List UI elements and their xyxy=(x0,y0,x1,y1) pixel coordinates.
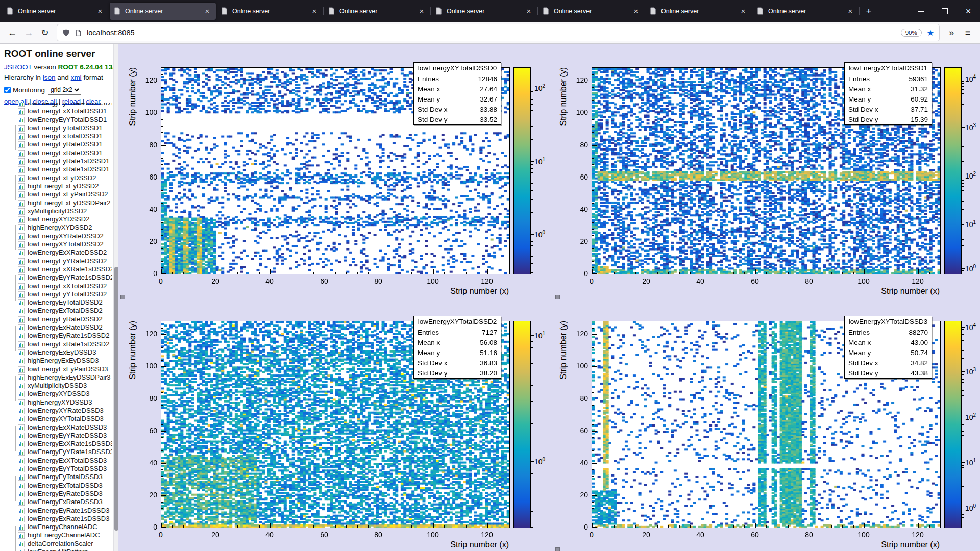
tree-item[interactable]: lowEnergyEyYTotalDSSD2 xyxy=(4,290,112,298)
grid-layout-select[interactable]: grid 2x2 xyxy=(48,85,81,95)
tree-item[interactable]: lowEnergyExXTotalDSSD2 xyxy=(4,282,112,290)
tab-close-button[interactable]: × xyxy=(631,6,641,16)
tree-item[interactable]: lowEnergyEyRate1sDSSD1 xyxy=(4,157,112,165)
browser-tab[interactable]: Online server× xyxy=(217,3,323,20)
splitter-handle[interactable] xyxy=(555,295,560,299)
tree-item[interactable]: lowEnergyExXTotalDSSD1 xyxy=(4,107,112,115)
browser-tab[interactable]: Online server× xyxy=(324,3,430,20)
shield-icon[interactable] xyxy=(62,29,70,37)
tree-item[interactable]: lowEnergyEyYRateDSSD2 xyxy=(4,257,112,265)
tab-close-button[interactable]: × xyxy=(416,6,427,16)
tree-item[interactable]: lowEnergyEyYRateDSSD3 xyxy=(4,432,112,440)
tree-item[interactable]: lowEnergyHitPattern xyxy=(4,548,112,551)
tab-close-button[interactable]: × xyxy=(202,6,212,16)
tree-item[interactable]: highEnergyXYDSSD2 xyxy=(4,223,112,232)
tree-item[interactable]: lowEnergyEyYRate1sDSSD3 xyxy=(4,448,112,456)
json-link[interactable]: json xyxy=(43,73,56,81)
reload-button[interactable]: ↻ xyxy=(37,24,53,41)
tree-item[interactable]: lowEnergyEyRateDSSD3 xyxy=(4,490,112,498)
tree-item[interactable]: lowEnergyEyTotalDSSD1 xyxy=(4,124,112,132)
tree-item[interactable]: lowEnergyExXRateDSSD2 xyxy=(4,248,112,257)
stats-box[interactable]: lowEnergyXYTotalDSSD2 Entries7127Mean x5… xyxy=(413,316,501,379)
colorbar[interactable] xyxy=(944,321,962,528)
colorbar[interactable] xyxy=(513,67,531,274)
tab-close-button[interactable]: × xyxy=(738,6,748,16)
colorbar[interactable] xyxy=(513,321,531,528)
tree-item[interactable]: lowEnergyXYDSSD3 xyxy=(4,390,112,398)
tree-item[interactable]: xyMultiplicityDSSD3 xyxy=(4,382,112,390)
tree-item[interactable]: highEnergyExEyDSSD3 xyxy=(4,357,112,365)
tree-item[interactable]: lowEnergyEyYTotalDSSD1 xyxy=(4,116,112,124)
tree-item[interactable]: lowEnergyExRate1sDSSD3 xyxy=(4,515,112,523)
browser-tab[interactable]: Online server× xyxy=(538,3,645,20)
browser-tab[interactable]: Online server× xyxy=(3,3,109,20)
tree-item[interactable]: lowEnergyExRate1sDSSD1 xyxy=(4,165,112,173)
bookmark-star-icon[interactable]: ★ xyxy=(927,28,934,38)
tree-item[interactable]: lowEnergyXYTotalDSSD2 xyxy=(4,240,112,248)
splitter-handle[interactable] xyxy=(555,547,560,551)
monitoring-checkbox[interactable] xyxy=(4,87,11,93)
tab-close-button[interactable]: × xyxy=(524,6,534,16)
tree-item[interactable]: deltaCorrelationScaler xyxy=(4,540,112,548)
tree-item[interactable]: lowEnergyEyRate1sDSSD3 xyxy=(4,507,112,515)
tree-item[interactable]: highEnergyExEyDSSDPair3 xyxy=(4,373,112,382)
colorbar[interactable] xyxy=(944,67,962,274)
tree-item[interactable]: lowEnergyEyTotalDSSD3 xyxy=(4,473,112,481)
jsroot-link[interactable]: JSROOT xyxy=(4,63,32,71)
overflow-menu-button[interactable]: » xyxy=(943,24,960,41)
browser-tab[interactable]: Online server× xyxy=(646,3,752,20)
tree-item[interactable]: highEnergyXYDSSD3 xyxy=(4,398,112,407)
tree-item[interactable]: lowEnergyExXRate1sDSSD3 xyxy=(4,440,112,448)
xml-link[interactable]: xml xyxy=(71,73,82,81)
stats-box[interactable]: lowEnergyXYTotalDSSD1 Entries59361Mean x… xyxy=(844,62,932,125)
sidebar-scrollbar[interactable] xyxy=(113,44,118,551)
tree-item[interactable]: lowEnergyExRateDSSD1 xyxy=(4,149,112,157)
tree-item[interactable]: lowEnergyExTotalDSSD3 xyxy=(4,482,112,490)
back-button[interactable]: ← xyxy=(4,24,20,41)
tab-close-button[interactable]: × xyxy=(309,6,320,16)
app-menu-button[interactable]: ≡ xyxy=(960,24,976,41)
tree-item[interactable]: lowEnergyEyYRate1sDSSD2 xyxy=(4,273,112,282)
tree-item[interactable]: lowEnergyXYRateDSSD2 xyxy=(4,232,112,240)
tab-close-button[interactable]: × xyxy=(95,6,105,16)
tree-item[interactable]: lowEnergyExEyPairDSSD2 xyxy=(4,190,112,198)
tree-item[interactable]: lowEnergyXYDSSD2 xyxy=(4,215,112,223)
site-identity-icon[interactable] xyxy=(75,29,82,37)
tree-item[interactable]: lowEnergyExEyDSSD2 xyxy=(4,174,112,182)
url-text[interactable]: localhost:8085 xyxy=(87,29,901,37)
tree-item[interactable]: lowEnergyXYTotalDSSD3 xyxy=(4,415,112,423)
tree-item[interactable]: lowEnergyExRate1sDSSD2 xyxy=(4,340,112,348)
tree-item[interactable]: xyMultiplicityDSSD2 xyxy=(4,207,112,215)
tree-item[interactable]: lowEnergyEyYRate1sDSSD1 xyxy=(4,103,112,107)
tree-item[interactable]: lowEnergyEyTotalDSSD2 xyxy=(4,298,112,307)
tree-item[interactable]: lowEnergyEyYTotalDSSD3 xyxy=(4,465,112,473)
browser-tab[interactable]: Online server× xyxy=(110,3,216,20)
tree-item[interactable]: lowEnergyEyRate1sDSSD2 xyxy=(4,332,112,340)
forward-button[interactable]: → xyxy=(20,24,37,41)
tree-item[interactable]: lowEnergyEyRateDSSD2 xyxy=(4,315,112,323)
tree-item[interactable]: lowEnergyExTotalDSSD1 xyxy=(4,132,112,140)
minimize-button[interactable] xyxy=(910,0,933,22)
tree-item[interactable]: highEnergyExEyDSSD2 xyxy=(4,182,112,190)
new-tab-button[interactable]: + xyxy=(861,4,876,19)
tree-item[interactable]: lowEnergyEyRateDSSD1 xyxy=(4,140,112,148)
splitter-handle[interactable] xyxy=(120,295,125,299)
tree-item[interactable]: lowEnergyExRateDSSD2 xyxy=(4,323,112,332)
tree-item[interactable]: lowEnergyExXTotalDSSD3 xyxy=(4,457,112,465)
url-bar[interactable]: localhost:8085 90% ★ xyxy=(57,24,939,41)
scrollbar-thumb[interactable] xyxy=(114,267,118,531)
browser-tab[interactable]: Online server× xyxy=(431,3,537,20)
tree-item[interactable]: lowEnergyExEyDSSD3 xyxy=(4,348,112,357)
window-close-button[interactable]: × xyxy=(957,0,980,22)
maximize-button[interactable] xyxy=(933,0,957,22)
browser-tab[interactable]: Online server× xyxy=(753,3,859,20)
tab-close-button[interactable]: × xyxy=(845,6,855,16)
tree-item[interactable]: lowEnergyExRateDSSD3 xyxy=(4,498,112,506)
tree-item[interactable]: lowEnergyChannelADC xyxy=(4,523,112,531)
stats-box[interactable]: lowEnergyXYTotalDSSD3 Entries88270Mean x… xyxy=(844,316,932,379)
tree-item[interactable]: highEnergyChannelADC xyxy=(4,531,112,539)
tree-item[interactable]: highEnergyExEyDSSDPair2 xyxy=(4,199,112,207)
tree-item[interactable]: lowEnergyXYRateDSSD3 xyxy=(4,407,112,415)
tree-item[interactable]: lowEnergyExEyPairDSSD3 xyxy=(4,365,112,373)
tree-item[interactable]: lowEnergyExTotalDSSD2 xyxy=(4,307,112,315)
